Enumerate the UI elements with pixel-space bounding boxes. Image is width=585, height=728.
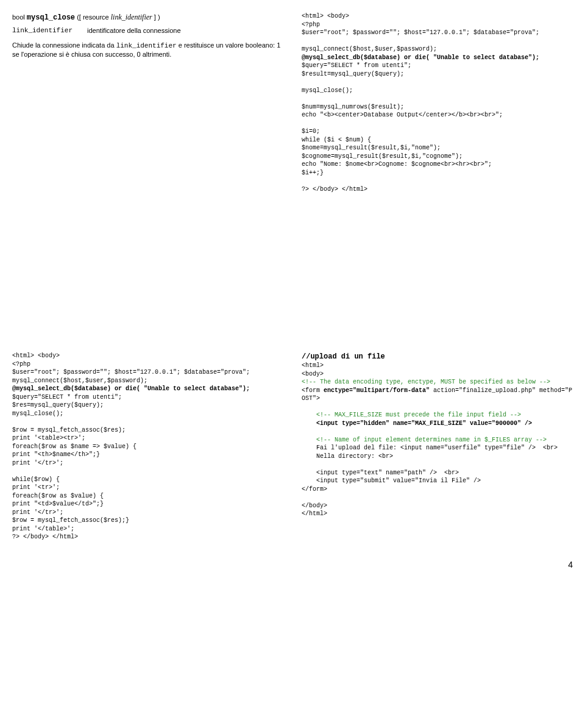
row-top: bool mysql_close ([ resource link_identi… [12,12,573,193]
func-description: Chiude la connessione indicata da link_i… [12,41,283,60]
sig-close: ] ) [152,13,160,21]
code-r1-pre: <html> <body> <?php $user="root"; $passw… [302,13,539,52]
r2-c2: <!-- MAX_FILE_SIZE must precede the file… [316,412,521,418]
col-left-top: bool mysql_close ([ resource link_identi… [12,12,283,193]
sig-open: ([ resource [75,13,111,21]
code-l2-post: $query="SELECT * from utenti"; $res=mysq… [12,394,136,541]
r2-l1: <html> <body> [302,362,324,377]
col-right-top: <html> <body> <?php $user="root"; $passw… [302,12,573,193]
r2-l5 [302,437,316,443]
param-name: link_identifier [12,26,73,35]
r2-b1: enctype="multipart/form-data" [324,387,430,394]
function-signature: bool mysql_close ([ resource link_identi… [12,12,283,23]
sig-arg: link_identifier [111,13,152,21]
r2-b2: <input type="hidden" name="MAX_FILE_SIZE… [316,420,532,427]
r2-l2: <form [302,387,324,394]
upload-title: //upload di un file [302,352,385,361]
r2-c3: <!-- Name of input element determines na… [316,437,547,443]
r2-l6: Fai l'upload del file: <input name="user… [302,444,558,517]
r2-l4 [302,420,316,427]
sig-func: mysql_close [27,13,75,22]
code-l2-pre: <html> <body> <?php $user="root"; $passw… [12,352,250,384]
col-right-bottom: //upload di un file <html> <body> <!-- T… [302,352,573,541]
code-l2-bold: @mysql_select_db($database) or die( "Una… [12,385,250,392]
param-desc: identificatore della connessione [87,26,181,35]
desc-a: Chiude la connessione indicata da [12,41,116,49]
code-r1-bold: @mysql_select_db($database) or die( "Una… [302,54,539,61]
desc-code: link_identifier [116,42,177,49]
page-number: 4 [12,560,573,569]
sig-prefix: bool [12,13,27,21]
param-row: link_identifier identificatore della con… [12,26,283,35]
code-r1-post: $query="SELECT * from utenti"; $result=m… [302,62,503,193]
r2-c1: <!-- The data encoding type, enctype, MU… [302,379,550,385]
row-bottom: <html> <body> <?php $user="root"; $passw… [12,352,573,541]
col-left-bottom: <html> <body> <?php $user="root"; $passw… [12,352,283,541]
